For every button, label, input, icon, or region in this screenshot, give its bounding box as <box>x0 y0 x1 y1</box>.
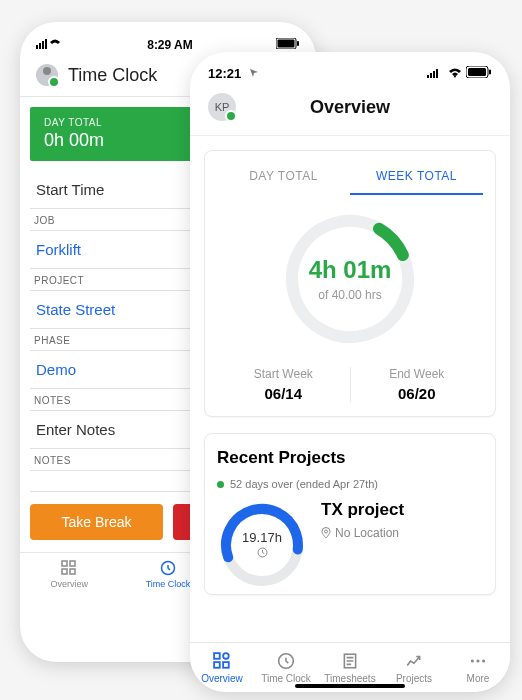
start-week-value: 06/14 <box>217 385 350 402</box>
totals-tabs: DAY TOTAL WEEK TOTAL <box>217 165 483 195</box>
svg-rect-8 <box>70 561 75 566</box>
status-bar: 12:21 <box>190 52 510 87</box>
svg-rect-10 <box>70 569 75 574</box>
grid-icon <box>190 651 254 671</box>
svg-rect-27 <box>214 653 220 659</box>
tab-timeclock[interactable]: Time Clock <box>254 651 318 684</box>
page-title: Time Clock <box>68 65 157 86</box>
svg-rect-9 <box>62 569 67 574</box>
svg-rect-1 <box>39 43 41 49</box>
tab-timesheets-label: Timesheets <box>324 673 375 684</box>
header: KP Overview <box>190 87 510 136</box>
svg-rect-3 <box>45 39 47 49</box>
svg-rect-13 <box>427 75 429 78</box>
grid-icon <box>20 559 119 577</box>
svg-rect-6 <box>297 41 299 46</box>
svg-rect-16 <box>436 69 438 78</box>
tab-projects-label: Projects <box>396 673 432 684</box>
clock-icon <box>257 547 268 561</box>
overview-screen: 12:21 KP Overview DAY TOTAL WEEK TOTAL <box>190 52 510 692</box>
svg-rect-7 <box>62 561 67 566</box>
battery-icon <box>466 66 492 78</box>
svg-point-17 <box>454 76 456 78</box>
signal-icon <box>427 68 445 78</box>
svg-rect-30 <box>223 662 229 668</box>
tab-overview[interactable]: Overview <box>20 559 119 589</box>
chart-icon <box>382 651 446 671</box>
recent-projects-heading: Recent Projects <box>217 448 483 468</box>
sheet-icon <box>318 651 382 671</box>
svg-point-35 <box>482 659 485 662</box>
svg-rect-14 <box>430 73 432 78</box>
svg-rect-20 <box>489 70 491 75</box>
progress-value: 4h 01m <box>309 256 392 284</box>
location-icon <box>249 68 259 78</box>
tab-timesheets[interactable]: Timesheets <box>318 651 382 684</box>
pin-icon <box>321 527 331 539</box>
status-dot-icon <box>217 481 224 488</box>
project-location-text: No Location <box>335 526 399 540</box>
totals-card: DAY TOTAL WEEK TOTAL 4h 01m of 40.00 hrs <box>204 150 496 417</box>
progress-subtitle: of 40.00 hrs <box>318 288 381 302</box>
clock-icon <box>254 651 318 671</box>
project-status: 52 days over (ended Apr 27th) <box>217 478 483 490</box>
svg-rect-5 <box>277 40 294 48</box>
status-clock: 12:21 <box>208 66 241 81</box>
battery-icon <box>276 38 300 52</box>
home-indicator[interactable] <box>295 684 405 688</box>
svg-rect-0 <box>36 45 38 49</box>
svg-rect-19 <box>468 68 486 76</box>
svg-point-26 <box>325 530 328 533</box>
tab-overview-label: Overview <box>51 579 89 589</box>
user-avatar[interactable]: KP <box>208 93 236 121</box>
tab-week-total[interactable]: WEEK TOTAL <box>350 165 483 195</box>
progress-ring: 4h 01m of 40.00 hrs <box>280 209 420 349</box>
status-clock: 8:29 AM <box>147 38 193 52</box>
project-hours: 19.17h <box>242 530 282 545</box>
svg-point-28 <box>223 653 229 659</box>
tab-more-label: More <box>467 673 490 684</box>
page-title: Overview <box>208 97 492 118</box>
more-icon <box>446 651 510 671</box>
status-right <box>427 66 492 81</box>
project-name[interactable]: TX project <box>321 500 404 520</box>
tab-timeclock-label: Time Clock <box>146 579 191 589</box>
start-week-label: Start Week <box>217 367 350 381</box>
signal-icon <box>36 38 64 52</box>
wifi-icon <box>448 68 462 78</box>
project-hours-ring: 19.17h <box>217 500 307 590</box>
project-status-text: 52 days over (ended Apr 27th) <box>230 478 378 490</box>
end-week-value: 06/20 <box>351 385 484 402</box>
project-location: No Location <box>321 526 404 540</box>
avatar-initials: KP <box>215 101 230 113</box>
bottom-nav: Overview Time Clock Timesheets Projects <box>190 642 510 692</box>
svg-rect-29 <box>214 662 220 668</box>
tab-timeclock-label: Time Clock <box>261 673 311 684</box>
tab-more[interactable]: More <box>446 651 510 684</box>
svg-rect-15 <box>433 71 435 78</box>
svg-point-34 <box>476 659 479 662</box>
tab-overview-label: Overview <box>201 673 243 684</box>
recent-projects-card: Recent Projects 52 days over (ended Apr … <box>204 433 496 595</box>
svg-point-33 <box>471 659 474 662</box>
tab-projects[interactable]: Projects <box>382 651 446 684</box>
take-break-button[interactable]: Take Break <box>30 504 163 540</box>
week-range: Start Week 06/14 End Week 06/20 <box>217 367 483 402</box>
tab-overview[interactable]: Overview <box>190 651 254 684</box>
svg-rect-2 <box>42 41 44 49</box>
user-avatar[interactable] <box>36 64 58 86</box>
